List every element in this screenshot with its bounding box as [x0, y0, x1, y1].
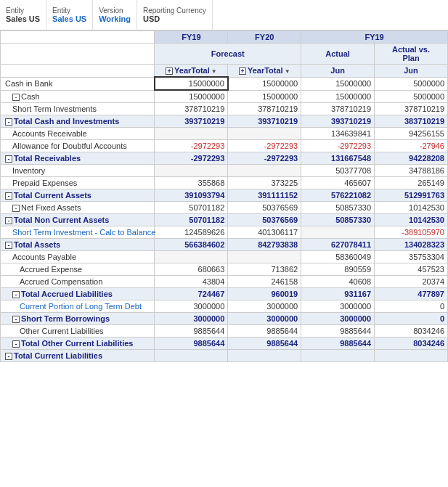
row-label-9: -Total Current Assets	[1, 189, 155, 202]
table-row: -Total Cash and Investments3937102193937…	[1, 115, 448, 128]
cell-8-1: 373225	[228, 177, 301, 189]
table-row: Cash in Bank1500000015000000150000005000…	[1, 77, 448, 90]
row-expand-21[interactable]: -	[12, 340, 20, 348]
table-row: Other Current Liabilities988564498856449…	[1, 325, 448, 337]
nav-version-label: Version	[99, 7, 131, 15]
cell-17-2: 931167	[301, 288, 375, 300]
table-row: -Total Assets566384602842793838627078411…	[1, 239, 448, 251]
cell-10-1: 50376569	[228, 202, 301, 214]
cell-13-1: 842793838	[228, 239, 301, 251]
cell-11-2: 50857330	[301, 214, 375, 226]
fy19-right-header: FY19	[301, 31, 448, 44]
cell-1-3: 5000000	[375, 90, 448, 103]
cell-0-0[interactable]: 15000000	[155, 77, 228, 90]
row-expand-13[interactable]: -	[5, 242, 12, 249]
cell-1-0: 15000000	[155, 90, 228, 103]
cell-11-3: 10142530	[375, 214, 448, 226]
cell-22-0	[155, 350, 228, 362]
cell-15-0: 680663	[155, 263, 228, 276]
nav-currency-label: Reporting Currency	[143, 7, 206, 15]
row-label-19: -Short Term Borrowings	[1, 313, 155, 325]
table-row: -Total Receivables-2972293-2972293131667…	[1, 152, 448, 165]
nav-entity-value-1: Sales US	[6, 15, 40, 23]
cell-9-1: 391111152	[228, 189, 301, 202]
cell-15-3: 457523	[375, 263, 448, 276]
cell-14-0	[155, 251, 228, 263]
yeartotal-fy20-expand[interactable]: +	[239, 67, 246, 75]
row-expand-10[interactable]: -	[12, 205, 20, 212]
cell-3-3: 383710219	[375, 115, 448, 128]
cell-7-0	[155, 165, 228, 177]
row-label-0: Cash in Bank	[1, 77, 155, 90]
row-expand-1[interactable]: -	[12, 94, 20, 101]
table-row: -Short Term Borrowings300000030000003000…	[1, 313, 448, 325]
cell-13-2: 627078411	[301, 239, 375, 251]
nav-header: Entity Sales US Entity Sales US Version …	[0, 0, 448, 30]
forecast-header: Forecast	[155, 44, 301, 65]
nav-version[interactable]: Version Working	[93, 0, 137, 30]
row-label-10: -Net Fixed Assets	[1, 202, 155, 214]
cell-2-0: 378710219	[155, 103, 228, 115]
cell-3-2: 393710219	[301, 115, 375, 128]
row-label-14: Accounts Payable	[1, 251, 155, 263]
row-expand-6[interactable]: -	[5, 155, 12, 163]
cell-22-1	[228, 350, 301, 362]
row-label-8: Prepaid Expenses	[1, 177, 155, 189]
row-label-7: Inventory	[1, 165, 155, 177]
actual-header: Actual	[301, 44, 375, 65]
cell-6-3: 94228208	[375, 152, 448, 165]
cell-18-0: 3000000	[155, 300, 228, 313]
table-row: -Total Accrued Liabilities72446796001993…	[1, 288, 448, 300]
jun-actual-header: Jun	[301, 65, 375, 78]
table-body: Cash in Bank1500000015000000150000005000…	[1, 77, 448, 362]
cell-4-1	[228, 128, 301, 140]
cell-16-3: 20374	[375, 276, 448, 288]
cell-9-0: 391093794	[155, 189, 228, 202]
row-label-17: -Total Accrued Liabilities	[1, 288, 155, 300]
row-label-6: -Total Receivables	[1, 152, 155, 165]
row-expand-19[interactable]: -	[12, 316, 20, 323]
cell-11-0: 50701182	[155, 214, 228, 226]
cell-6-0: -2972293	[155, 152, 228, 165]
cell-13-0: 566384602	[155, 239, 228, 251]
row-label-18: Current Portion of Long Term Debt	[1, 300, 155, 313]
cell-19-3: 0	[375, 313, 448, 325]
nav-entity-sales-us-2[interactable]: Entity Sales US	[46, 0, 93, 30]
cell-15-1: 713862	[228, 263, 301, 276]
nav-entity-value-2: Sales US	[52, 15, 86, 23]
cell-15-2: 890559	[301, 263, 375, 276]
row-label-4: Accounts Receivable	[1, 128, 155, 140]
cell-21-0: 9885644	[155, 337, 228, 350]
cell-9-2: 576221082	[301, 189, 375, 202]
table-row: Accounts Receivable13463984194256155	[1, 128, 448, 140]
cell-19-0: 3000000	[155, 313, 228, 325]
row-expand-3[interactable]: -	[5, 118, 12, 126]
nav-currency[interactable]: Reporting Currency USD	[137, 0, 213, 30]
cell-12-2	[301, 226, 375, 239]
row-expand-partial-22[interactable]: -	[5, 353, 12, 360]
row-expand-17[interactable]: -	[12, 291, 20, 298]
yeartotal-fy19-header[interactable]: +YearTotal▼	[155, 65, 228, 78]
cell-21-2: 9885644	[301, 337, 375, 350]
cell-14-1	[228, 251, 301, 263]
yeartotal-fy19-sort: ▼	[211, 68, 217, 75]
cell-7-3: 34788186	[375, 165, 448, 177]
cell-12-3: -389105970	[375, 226, 448, 239]
yeartotal-fy20-header[interactable]: +YearTotal▼	[228, 65, 301, 78]
cell-6-2: 131667548	[301, 152, 375, 165]
empty-header-detail	[1, 65, 155, 78]
table-row: -Total Current Assets3910937943911111525…	[1, 189, 448, 202]
yeartotal-fy19-expand[interactable]: +	[166, 67, 173, 75]
row-label-11: -Total Non Current Assets	[1, 214, 155, 226]
row-expand-11[interactable]: -	[5, 217, 12, 224]
cell-22-2	[301, 350, 375, 362]
nav-entity-label-1: Entity	[6, 7, 40, 15]
nav-entity-sales-us-1[interactable]: Entity Sales US	[0, 0, 46, 30]
cell-8-2: 465607	[301, 177, 375, 189]
row-label-15: Accrued Expense	[1, 263, 155, 276]
col-detail-header-row: +YearTotal▼ +YearTotal▼ Jun Jun	[1, 65, 448, 78]
cell-16-0: 43804	[155, 276, 228, 288]
row-expand-9[interactable]: -	[5, 192, 12, 200]
cell-20-2: 9885644	[301, 325, 375, 337]
cell-0-3: 5000000	[375, 77, 448, 90]
